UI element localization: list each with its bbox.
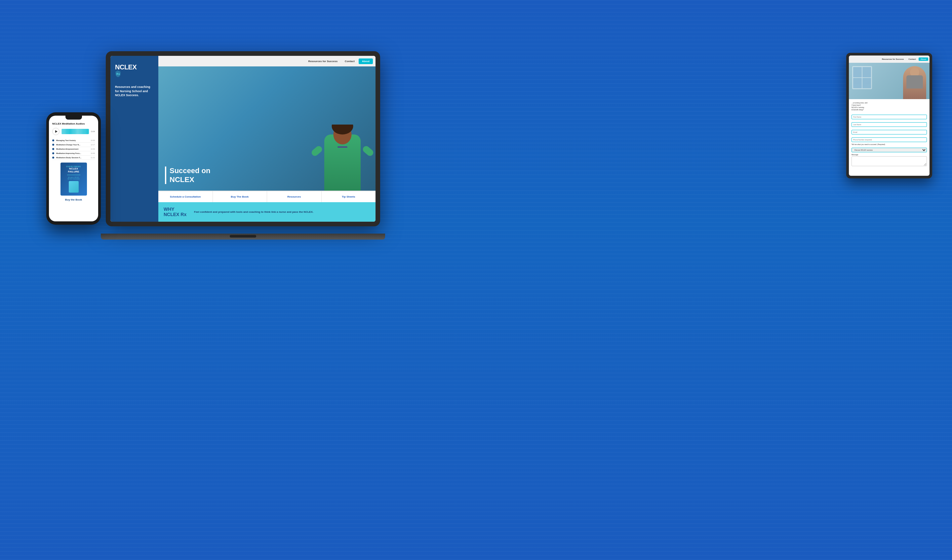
track-dot-icon bbox=[52, 157, 54, 159]
tablet-person-figure bbox=[903, 66, 926, 99]
phone-time: 0:04 bbox=[91, 131, 95, 133]
tablet-firstname-input[interactable] bbox=[852, 115, 927, 119]
book-divider bbox=[67, 175, 80, 175]
logo-box: NCLEX Rx bbox=[115, 61, 154, 80]
track-info: Meditation:Change Your N... bbox=[56, 144, 88, 146]
phone-device: NCLEX Meditation Audios 0:04 Managing Te… bbox=[46, 112, 101, 225]
laptop-hero: Succeed on NCLEX bbox=[158, 66, 376, 191]
laptop-why-bar: WHY NCLEX Rx Feel confident and prepared… bbox=[158, 202, 376, 222]
tablet-email-input[interactable] bbox=[852, 130, 927, 134]
tablet-nav-resources[interactable]: Resources for Success bbox=[880, 57, 906, 61]
tablet-bezel: Resources for Success Contact About bbox=[846, 53, 932, 178]
phone-track-5[interactable]: Meditation:Study Session F... 11:21 bbox=[52, 156, 95, 160]
nav-contact[interactable]: Contact bbox=[342, 59, 358, 64]
laptop-nav: Resources for Success Contact About bbox=[158, 56, 376, 66]
track-dot-icon bbox=[52, 139, 54, 141]
phone-track-3[interactable]: Meditation:Empowerment 10:06 bbox=[52, 147, 95, 151]
track-dot-icon bbox=[52, 148, 54, 150]
tablet-phone-input[interactable] bbox=[852, 137, 927, 142]
tablet-select-label: Tell me what you need to succeed. (Requi… bbox=[852, 143, 927, 145]
why-text: Feel confident and prepared with tools a… bbox=[194, 210, 314, 214]
tablet-window bbox=[852, 66, 872, 89]
phone-notch bbox=[65, 116, 82, 120]
tablet-form: ...a nursing ance, andI have ing ofNCLEX… bbox=[849, 99, 929, 170]
phone-track-1[interactable]: Managing Test Anxiety 10:06 bbox=[52, 139, 95, 143]
why-title: WHY NCLEX Rx bbox=[164, 207, 190, 217]
track-info: Meditation:Empowerment bbox=[56, 148, 88, 150]
book-illustration bbox=[69, 181, 79, 193]
track-info: Managing Test Anxiety bbox=[56, 139, 88, 141]
resources-btn[interactable]: Resources bbox=[267, 191, 321, 202]
phone-play-button[interactable] bbox=[52, 128, 60, 135]
tablet-message-textarea[interactable] bbox=[852, 156, 927, 166]
tablet-lastname-input[interactable] bbox=[852, 122, 927, 127]
laptop-buttons: Schedule a Consultation Buy The Book Res… bbox=[158, 191, 376, 202]
tablet-topic-select[interactable]: Discuss NCLEX success bbox=[852, 148, 927, 152]
tablet-hero-image bbox=[849, 63, 929, 99]
phone-player: 0:04 bbox=[52, 128, 95, 135]
laptop-tagline: Resources and coaching for Nursing Schoo… bbox=[115, 85, 154, 97]
laptop-device: NCLEX Rx Resources and coaching for Nurs… bbox=[106, 51, 380, 239]
track-dot-icon bbox=[52, 144, 54, 146]
nav-resources[interactable]: Resources for Success bbox=[305, 59, 341, 64]
tablet-device: Resources for Success Contact About bbox=[846, 53, 932, 178]
tablet-screen: Resources for Success Contact About bbox=[849, 56, 929, 176]
phone-screen: NCLEX Meditation Audios 0:04 Managing Te… bbox=[49, 116, 98, 221]
laptop-base bbox=[101, 234, 385, 239]
buy-book-btn[interactable]: Buy The Book bbox=[213, 191, 267, 202]
laptop-sidebar: NCLEX Rx Resources and coaching for Nurs… bbox=[110, 56, 158, 222]
book-subtitle: A Guide to NCLEXRETEST SUCCESS bbox=[67, 176, 79, 180]
shield-icon: Rx bbox=[115, 70, 121, 77]
tablet-nav-about[interactable]: About bbox=[919, 57, 928, 61]
phone-buy-link[interactable]: Buy the Book bbox=[52, 198, 95, 201]
tablet-nav: Resources for Success Contact About bbox=[849, 56, 929, 63]
schedule-btn[interactable]: Schedule a Consultation bbox=[158, 191, 213, 202]
laptop-website: NCLEX Rx Resources and coaching for Nurs… bbox=[110, 56, 376, 222]
laptop-bezel: NCLEX Rx Resources and coaching for Nurs… bbox=[106, 51, 380, 226]
tablet-message-label: Message bbox=[852, 154, 927, 156]
play-icon bbox=[55, 130, 57, 133]
tip-sheets-btn[interactable]: Tip Sheets bbox=[321, 191, 376, 202]
tablet-form-intro: ...a nursing ance, andI have ing ofNCLEX… bbox=[852, 102, 927, 111]
laptop-hero-text: Succeed on NCLEX bbox=[165, 167, 210, 184]
phone-track-2[interactable]: Meditation:Change Your N... 12:17 bbox=[52, 143, 95, 147]
phone-content: NCLEX Meditation Audios 0:04 Managing Te… bbox=[49, 116, 98, 205]
svg-text:Rx: Rx bbox=[116, 73, 120, 76]
logo-rx: Rx bbox=[115, 70, 154, 77]
hero-image bbox=[309, 125, 376, 191]
phone-book-cover: OVERCOMING NCLEXFAILURE A Guide to NCLEX… bbox=[60, 162, 87, 196]
phone-audio-title: NCLEX Meditation Audios bbox=[52, 122, 95, 125]
phone-bezel: NCLEX Meditation Audios 0:04 Managing Te… bbox=[46, 112, 101, 225]
nav-about[interactable]: About bbox=[359, 59, 373, 64]
tablet-nav-contact[interactable]: Contact bbox=[906, 57, 918, 61]
laptop-screen: NCLEX Rx Resources and coaching for Nurs… bbox=[110, 56, 376, 222]
track-info: Meditation:Study Session F... bbox=[56, 157, 88, 159]
hero-title: Succeed on NCLEX bbox=[165, 167, 210, 184]
laptop-main: Resources for Success Contact About bbox=[158, 56, 376, 222]
phone-waveform bbox=[62, 129, 89, 134]
track-info: Meditation:Improving Focu... bbox=[56, 152, 88, 154]
track-dot-icon bbox=[52, 152, 54, 154]
book-title: NCLEXFAILURE bbox=[68, 168, 79, 173]
phone-track-4[interactable]: Meditation:Improving Focu... 10:06 bbox=[52, 151, 95, 156]
logo-nclex: NCLEX bbox=[115, 64, 154, 70]
